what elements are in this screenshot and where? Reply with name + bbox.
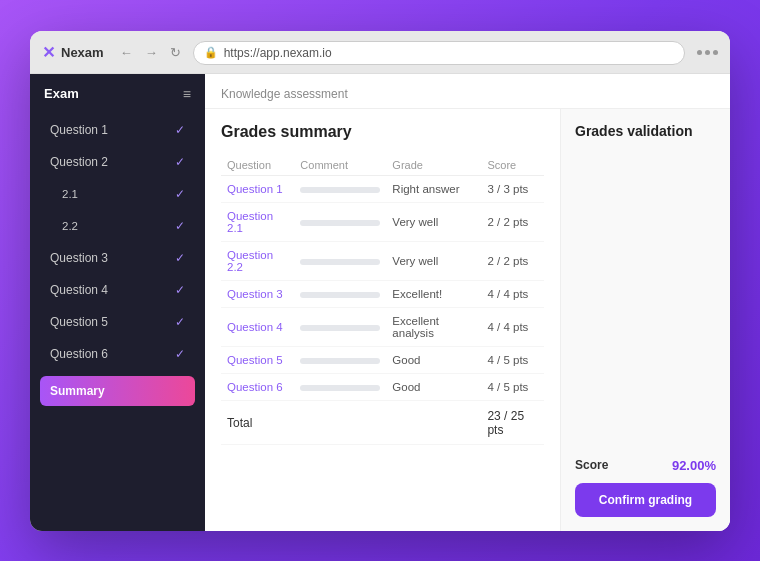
grade-cell: Very well: [386, 202, 481, 241]
sidebar-item-label: Question 2: [50, 155, 108, 169]
score-cell: 4 / 4 pts: [481, 280, 544, 307]
question-link[interactable]: Question 1: [221, 175, 294, 202]
comment-cell: [294, 346, 386, 373]
col-header-grade: Grade: [386, 155, 481, 176]
total-score: 23 / 25 pts: [481, 400, 544, 444]
total-label: Total: [221, 400, 294, 444]
comment-cell: [294, 241, 386, 280]
check-icon: ✓: [175, 155, 185, 169]
check-icon: ✓: [175, 251, 185, 265]
score-cell: 4 / 4 pts: [481, 307, 544, 346]
comment-cell: [294, 202, 386, 241]
reload-button[interactable]: ↻: [166, 43, 185, 62]
sidebar-item-label: Question 5: [50, 315, 108, 329]
browser-logo: ✕ Nexam: [42, 43, 104, 62]
col-header-comment: Comment: [294, 155, 386, 176]
comment-cell: [294, 307, 386, 346]
score-value: 92.00%: [672, 458, 716, 473]
main-content: Knowledge assessment Grades summary Ques…: [205, 74, 730, 531]
hamburger-icon[interactable]: ≡: [183, 86, 191, 102]
question-link[interactable]: Question 4: [221, 307, 294, 346]
main-header: Knowledge assessment: [205, 74, 730, 109]
table-row: Question 4 Excellent analysis 4 / 4 pts: [221, 307, 544, 346]
question-link[interactable]: Question 6: [221, 373, 294, 400]
lock-icon: 🔒: [204, 46, 218, 59]
sidebar-item-question-2-2[interactable]: 2.2 ✓: [40, 212, 195, 240]
comment-cell: [294, 175, 386, 202]
question-link[interactable]: Question 3: [221, 280, 294, 307]
main-body: Grades summary Question Comment Grade Sc…: [205, 109, 730, 531]
score-label: Score: [575, 458, 608, 472]
page-title: Knowledge assessment: [221, 87, 348, 101]
sidebar-item-summary[interactable]: Summary: [40, 376, 195, 406]
score-cell: 2 / 2 pts: [481, 202, 544, 241]
sidebar-item-label: 2.1: [62, 188, 78, 200]
table-row: Question 2.2 Very well 2 / 2 pts: [221, 241, 544, 280]
check-icon: ✓: [175, 315, 185, 329]
grade-cell: Excellent analysis: [386, 307, 481, 346]
sidebar-item-question-6[interactable]: Question 6 ✓: [40, 340, 195, 368]
dots-menu: [697, 50, 718, 55]
score-cell: 4 / 5 pts: [481, 373, 544, 400]
app-name: Nexam: [61, 45, 104, 60]
sidebar-item-label: Question 3: [50, 251, 108, 265]
sidebar-item-question-3[interactable]: Question 3 ✓: [40, 244, 195, 272]
validation-title: Grades validation: [575, 123, 716, 139]
score-cell: 4 / 5 pts: [481, 346, 544, 373]
back-button[interactable]: ←: [116, 43, 137, 62]
url-text: https://app.nexam.io: [224, 46, 332, 60]
table-row: Question 6 Good 4 / 5 pts: [221, 373, 544, 400]
dot-2: [705, 50, 710, 55]
grades-table: Question Comment Grade Score Question 1 …: [221, 155, 544, 445]
sidebar-item-label: Question 6: [50, 347, 108, 361]
sidebar-header: Exam ≡: [40, 86, 195, 102]
address-bar[interactable]: 🔒 https://app.nexam.io: [193, 41, 685, 65]
table-row: Question 1 Right answer 3 / 3 pts: [221, 175, 544, 202]
sidebar-item-question-4[interactable]: Question 4 ✓: [40, 276, 195, 304]
table-row: Question 3 Excellent! 4 / 4 pts: [221, 280, 544, 307]
sidebar-item-question-2[interactable]: Question 2 ✓: [40, 148, 195, 176]
sidebar-title: Exam: [44, 86, 79, 101]
table-row: Question 2.1 Very well 2 / 2 pts: [221, 202, 544, 241]
browser-body: Exam ≡ Question 1 ✓ Question 2 ✓ 2.1 ✓ 2…: [30, 74, 730, 531]
grade-cell: Excellent!: [386, 280, 481, 307]
comment-cell: [294, 280, 386, 307]
dot-3: [713, 50, 718, 55]
confirm-grading-button[interactable]: Confirm grading: [575, 483, 716, 517]
question-link[interactable]: Question 2.2: [221, 241, 294, 280]
check-icon: ✓: [175, 347, 185, 361]
sidebar-item-label: Question 4: [50, 283, 108, 297]
grades-section: Grades summary Question Comment Grade Sc…: [205, 109, 560, 531]
sidebar: Exam ≡ Question 1 ✓ Question 2 ✓ 2.1 ✓ 2…: [30, 74, 205, 531]
nav-arrows: ← → ↻: [116, 43, 185, 62]
col-header-score: Score: [481, 155, 544, 176]
browser-chrome: ✕ Nexam ← → ↻ 🔒 https://app.nexam.io: [30, 31, 730, 74]
check-icon: ✓: [175, 283, 185, 297]
sidebar-item-label: 2.2: [62, 220, 78, 232]
col-header-question: Question: [221, 155, 294, 176]
grades-summary-title: Grades summary: [221, 123, 544, 141]
score-cell: 3 / 3 pts: [481, 175, 544, 202]
nexam-logo-icon: ✕: [42, 43, 55, 62]
summary-label: Summary: [50, 384, 105, 398]
sidebar-item-question-2-1[interactable]: 2.1 ✓: [40, 180, 195, 208]
sidebar-item-question-5[interactable]: Question 5 ✓: [40, 308, 195, 336]
question-link[interactable]: Question 2.1: [221, 202, 294, 241]
sidebar-item-question-1[interactable]: Question 1 ✓: [40, 116, 195, 144]
forward-button[interactable]: →: [141, 43, 162, 62]
grade-cell: Right answer: [386, 175, 481, 202]
grade-cell: Very well: [386, 241, 481, 280]
question-link[interactable]: Question 5: [221, 346, 294, 373]
score-cell: 2 / 2 pts: [481, 241, 544, 280]
grade-cell: Good: [386, 373, 481, 400]
check-icon: ✓: [175, 219, 185, 233]
score-row: Score 92.00%: [575, 458, 716, 473]
sidebar-item-label: Question 1: [50, 123, 108, 137]
check-icon: ✓: [175, 123, 185, 137]
validation-section: Grades validation Score 92.00% Confirm g…: [560, 109, 730, 531]
comment-cell: [294, 373, 386, 400]
dot-1: [697, 50, 702, 55]
check-icon: ✓: [175, 187, 185, 201]
table-row: Question 5 Good 4 / 5 pts: [221, 346, 544, 373]
grade-cell: Good: [386, 346, 481, 373]
